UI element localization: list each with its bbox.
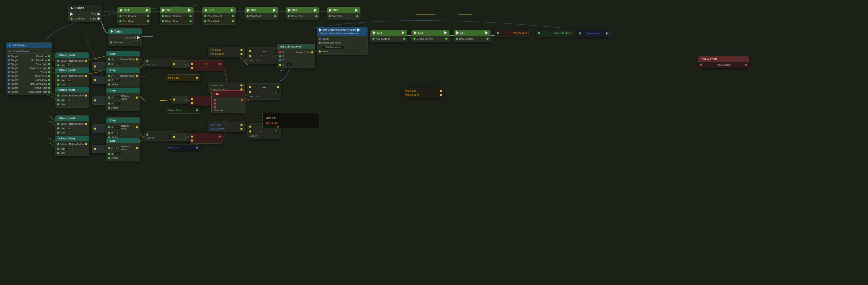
pin-alpha-high: Target Alpha High: [8, 86, 50, 90]
pin-max-alpha-high: Target Max Alpha High: [8, 90, 50, 94]
add-pin-red-goal-text: Add pin Red Goal: [266, 116, 315, 126]
set-red-current-right: SET Red Current: [370, 30, 407, 42]
branch-title: Branch: [74, 6, 84, 10]
set-gg-pin: Green Goal: [287, 14, 317, 18]
branch-exec-in: True: [70, 12, 100, 17]
pin-theta: Target Theta: [8, 70, 50, 74]
red-goal-mid: Red Goal: [166, 74, 200, 81]
or-node: OR Add pin +: [212, 91, 245, 114]
eeg-pawn-header: 👤 EEGPawn: [6, 43, 52, 48]
clamp-float-5: f Clamp (float) Value Return Value Min0.…: [55, 136, 89, 156]
red-goal-node-1: Red Goal: [117, 18, 151, 25]
pin-dot-beta-low: [8, 55, 10, 57]
add-pin-red-goal-container: Add pin Red Goal: [262, 113, 319, 128]
green-goal-mid: Green Goal: [166, 107, 200, 114]
branch-header: Branch: [69, 5, 102, 11]
set-blue-current-right: SET Blue Current: [454, 30, 491, 42]
green-goal-node-1: Green Goal: [160, 18, 194, 25]
blue-goal-compare: Blue Goal Blue Current: [208, 122, 245, 132]
red-current-top-right: Red Current Red Current: [698, 56, 749, 68]
eeg-pawn-node: 👤 EEGPawn from Persistent Level Target B…: [6, 42, 52, 95]
set-bc-pin: Blue Current: [204, 14, 234, 18]
red-current-far-right: Red Current: [495, 30, 529, 36]
svpv-sublabel: Target is Material Instance Dynamic: [319, 32, 359, 34]
green-goal-pin-1: Green Goal: [162, 19, 192, 23]
blue-goal-node-1: Blue Goal: [202, 18, 236, 25]
delay-title: Delay: [115, 30, 122, 33]
pin-max-theta: Target Max Theta: [8, 74, 50, 78]
neq-node-1: !=: [189, 60, 223, 71]
blueprint-canvas[interactable]: 👤 EEGPawn from Persistent Level Target B…: [0, 0, 868, 285]
lerp-3: f Lerp A0.3 Return Value B1 Alpha: [106, 88, 140, 111]
clamp-float-3: f Clamp (float) Value Return Value Min0.…: [55, 87, 89, 108]
set-red-goal-top: SET Red Goal: [245, 7, 279, 20]
pin-max-beta-high: Target Max Beta High: [8, 66, 50, 70]
add-pin-area-r: Add pin +: [249, 58, 279, 62]
pin-max-alpha-low: Target Max Alpha Low: [8, 82, 50, 86]
branch-false-pin: [97, 17, 100, 20]
set-rc-pin: Red Current: [119, 14, 149, 18]
set-rg-title: SET: [251, 9, 256, 12]
set-gc-title: SET: [166, 9, 172, 12]
make-linear-color-node: Make LinearColor R Linear Color G B A1: [277, 44, 315, 68]
branch-condition: Condition False: [70, 17, 100, 21]
pin-beta-high: Target Beta High: [8, 62, 50, 66]
set-rc-title: SET: [124, 9, 129, 12]
pin-target-beta-low: Target Beta Low: [8, 54, 50, 58]
set-bc-title: SET: [209, 9, 214, 12]
set-vector-param-node: Set Vector Parameter Value Target is Mat…: [317, 27, 368, 55]
set-blue-goal-top: SET Blue Goal: [327, 7, 361, 20]
clamp-float-4: f Clamp (float) Value Return Value Min0.…: [55, 115, 89, 136]
set-rg-pin: Red Goal: [247, 14, 277, 18]
set-bg-pin: Blue Goal: [329, 14, 359, 18]
red-goal-compare: Red Goal Red Current: [208, 46, 245, 57]
pin-out-beta-low: [48, 55, 50, 57]
blue-current-far-right: Blue Current: [577, 30, 611, 37]
blue-goal-pin-1: Blue Goal: [204, 19, 234, 23]
lerp-4: f Lerp A0.3 Return Value B1 Alpha: [106, 117, 140, 141]
set-bg-title: SET: [333, 9, 338, 12]
eeg-pawn-body: from Persistent Level Target Beta Low Ta…: [6, 48, 52, 95]
lerp-2: f Lerp A Return Value B1 Alpha: [106, 67, 140, 88]
set-gc-pin: Green Current: [162, 14, 192, 18]
eeg-pawn-title: EEGPawn: [13, 44, 26, 47]
g-math-node: — × 8² Add pin +: [247, 84, 281, 100]
set-green-goal-top: SET Green Goal: [285, 7, 319, 20]
delay-exec: Completed: [110, 35, 140, 40]
or-add-pin[interactable]: Add pin +: [214, 108, 243, 112]
delay-header: Delay: [108, 29, 142, 34]
branch-exec-icon: [71, 7, 73, 10]
rg-rc-node: Red Goal Red Current: [403, 88, 444, 98]
set-gg-title: SET: [292, 9, 298, 12]
svpv-title: Set Vector Parameter Value: [323, 29, 356, 31]
branch-body: True Condition False: [69, 11, 102, 22]
pawn-icon: 👤: [8, 44, 11, 47]
red-goal-pin-1: Red Goal: [119, 19, 149, 23]
branch-exec-in-pin: [70, 12, 73, 16]
r-math-node: — × 8² Add pin +: [247, 48, 281, 64]
delay-body: Completed Duration 0.1: [108, 34, 142, 46]
set-green-current-right: SET Green Current: [411, 30, 450, 42]
eeg-pawn-sublabel: from Persistent Level: [8, 49, 50, 53]
green-current-far-right: Green Current: [536, 30, 572, 36]
make-lc-title: Make LinearColor: [280, 45, 301, 48]
or-title: OR: [214, 92, 219, 96]
neq-node-3: !=: [189, 133, 223, 144]
branch-node: Branch True Condition False: [68, 5, 102, 22]
delay-node: Delay Completed Duration 0.1: [108, 28, 142, 46]
set-rc-header: SET: [118, 7, 151, 13]
pin-max-beta-low: Target Max Beta Low: [8, 58, 50, 62]
clamp-float-2: f Clamp (float) Value Return Value Min0.…: [55, 67, 89, 88]
branch-true-pin: [97, 12, 100, 16]
delay-duration: Duration 0.1: [110, 40, 140, 45]
pin-alpha-low: Target Alpha Low: [8, 78, 50, 82]
lerp-5: f Lerp A0.3 Return Value B1 Alpha: [106, 138, 140, 161]
clamp1-title: f Clamp (float): [58, 54, 75, 57]
blue-goal-mid: Blue Goal: [166, 144, 200, 151]
set-gc-header: SET: [160, 7, 193, 13]
